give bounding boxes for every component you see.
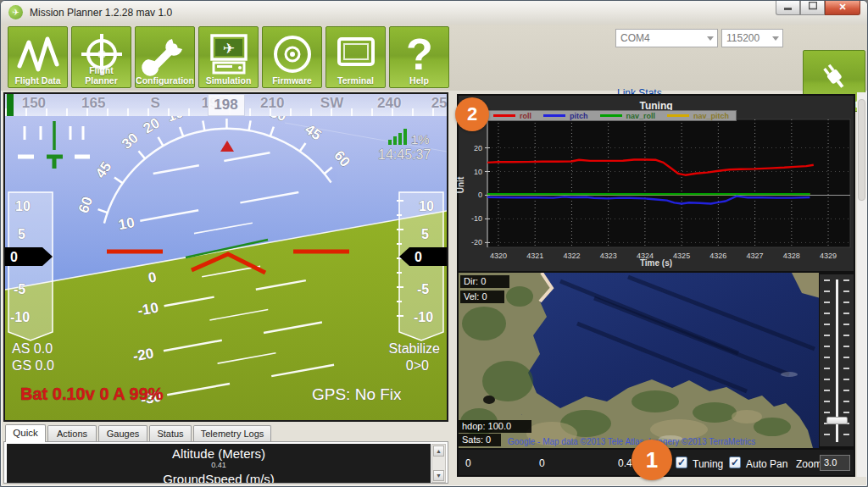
scroll-up-icon[interactable]: ▲	[433, 445, 444, 457]
right-tape-value: 0	[415, 250, 422, 264]
legend-entry: nav_roll	[600, 112, 656, 120]
zoom-label: Zoom	[796, 458, 822, 470]
chart-y-axis-label: Unit	[456, 177, 465, 193]
com-port-select[interactable]: COM4	[615, 29, 718, 47]
flight-data-button[interactable]: Flight Data	[8, 26, 68, 88]
legend-swatch	[543, 114, 565, 117]
map-attribution: Google - Map data ©2013 Tele Atlas, Imag…	[508, 437, 755, 446]
title-bar[interactable]: ✈ Mission Planner 1.2.28 mav 1.0 ✕	[1, 1, 867, 25]
quick-item-title: GroundSpeed (m/s)	[7, 469, 431, 483]
annotation-badge-1: 1	[632, 440, 672, 480]
legend-swatch	[493, 114, 515, 117]
legend-swatch	[600, 114, 622, 117]
flight-planner-button[interactable]: Flight Planner	[71, 26, 131, 88]
chevron-down-icon	[772, 36, 779, 41]
chart-legend: rollpitchnav_rollnav_pitch	[486, 110, 737, 121]
gps-status: GPS: No Fix	[312, 385, 402, 403]
compass-label: 165	[81, 95, 105, 112]
maximize-button[interactable]	[800, 1, 825, 15]
terminal-button[interactable]: Terminal	[326, 26, 386, 88]
app-logo-icon: ✈	[8, 5, 23, 19]
auto-pan-checkbox[interactable]: ✓	[729, 457, 741, 468]
artificial-horizon: 10 0 -10 -20 -30	[5, 116, 447, 420]
slider-handle[interactable]	[826, 417, 848, 424]
quick-item-title: Altitude (Meters)	[7, 444, 431, 461]
app-window: ✈ Mission Planner 1.2.28 mav 1.0 ✕ Fligh…	[0, 0, 868, 487]
svg-text:5: 5	[18, 227, 25, 241]
compass-label: SW	[320, 95, 343, 112]
hud-panel[interactable]: 150165S195210SW240255 198	[3, 92, 448, 422]
svg-text:-10: -10	[414, 310, 433, 324]
map-view[interactable]: Dir: 0 Vel: 0 hdop: 100.0 Sats: 0 Google…	[457, 273, 819, 448]
svg-text:-5: -5	[14, 282, 25, 296]
airspeed-readout: AS 0.0	[12, 341, 53, 356]
map-vel-readout: Vel: 0	[460, 291, 504, 303]
flight-mode: Stabilize	[389, 341, 441, 356]
map-hdop-readout: hdop: 100.0	[459, 420, 531, 433]
compass-label: S	[150, 95, 159, 112]
main-toolbar: Flight Data Flight Planner Configuration…	[1, 25, 867, 91]
left-tape-value: 0	[10, 250, 18, 264]
compass-label: 210	[260, 95, 284, 112]
legend-label: nav_roll	[626, 112, 656, 120]
legend-label: roll	[520, 112, 531, 120]
right-scrollbar[interactable]	[857, 92, 866, 477]
help-button[interactable]: ? Help	[389, 26, 449, 88]
telemetry-value: 0	[465, 457, 471, 469]
left-tape: 10 5 -5 -10 0	[5, 192, 53, 340]
compass-label: 255	[431, 95, 447, 112]
scrollbar-thumb[interactable]	[858, 99, 865, 201]
hud-clock: 14:45:37	[378, 147, 431, 162]
tuning-checkbox-label: Tuning	[693, 458, 723, 470]
compass-label: 240	[377, 95, 401, 112]
scroll-down-icon[interactable]: ▼	[433, 470, 444, 481]
waypoint-readout: 0>0	[406, 358, 429, 373]
tuning-chart-panel[interactable]: Tuning rollpitchnav_rollnav_pitch 432043…	[457, 94, 855, 273]
window-title: Mission Planner 1.2.28 mav 1.0	[30, 7, 172, 19]
minimize-button[interactable]	[776, 1, 800, 15]
telemetry-value: 0	[539, 457, 545, 469]
svg-text:-5: -5	[417, 282, 429, 296]
tab-status[interactable]: Status	[149, 425, 192, 442]
tab-actions[interactable]: Actions	[47, 425, 97, 442]
firmware-button[interactable]: Firmware	[262, 26, 322, 88]
svg-text:✈: ✈	[222, 41, 234, 57]
svg-text:-10: -10	[471, 214, 482, 223]
close-button[interactable]: ✕	[825, 1, 860, 15]
tuning-checkbox[interactable]: ✓	[676, 457, 687, 468]
compass-green-marker	[7, 94, 14, 116]
legend-label: nav_pitch	[693, 112, 729, 120]
svg-text:5: 5	[421, 227, 429, 241]
tab-telemetry-logs[interactable]: Telemetry Logs	[193, 425, 271, 442]
legend-swatch	[667, 114, 689, 117]
svg-text:0: 0	[478, 191, 482, 199]
status-tabstrip: Quick Actions Gauges Status Telemetry Lo…	[3, 424, 448, 442]
annotation-badge-2: 2	[455, 97, 489, 131]
configuration-button[interactable]: Configuration	[135, 26, 195, 88]
svg-text:-10: -10	[10, 310, 30, 324]
auto-pan-checkbox-label: Auto Pan	[746, 458, 787, 470]
chevron-down-icon	[707, 36, 714, 41]
current-heading-readout: 198	[208, 94, 245, 116]
battery-readout: Bat 0.10v 0 A 99%	[20, 385, 164, 403]
quick-item-value: 0.41	[7, 461, 431, 469]
right-tape: 10 5 -5 -10 0	[397, 192, 447, 340]
tab-quick[interactable]: Quick	[5, 424, 46, 442]
svg-text:?: ?	[406, 32, 433, 76]
zoom-value-input[interactable]: 3.0	[820, 455, 850, 471]
svg-text:10: 10	[419, 199, 434, 213]
svg-text:10: 10	[15, 199, 31, 213]
legend-label: pitch	[570, 112, 588, 120]
map-sats-readout: Sats: 0	[459, 434, 501, 446]
svg-text:-20: -20	[471, 238, 482, 246]
quick-values-list[interactable]: Altitude (Meters) 0.41 GroundSpeed (m/s)	[7, 444, 431, 483]
baud-rate-select[interactable]: 115200	[721, 29, 783, 47]
compass-label: 150	[22, 95, 46, 112]
tab-gauges[interactable]: Gauges	[98, 425, 147, 442]
map-zoom-slider[interactable]	[819, 273, 855, 448]
map-dir-readout: Dir: 0	[460, 275, 509, 288]
simulation-button[interactable]: ✈ Simulation	[198, 26, 259, 88]
legend-entry: nav_pitch	[667, 112, 729, 120]
quick-scrollbar[interactable]: ▲ ▼	[431, 444, 446, 483]
legend-entry: pitch	[543, 112, 588, 120]
